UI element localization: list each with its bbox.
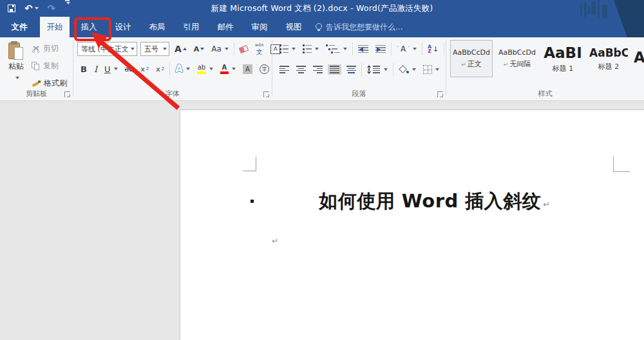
style-partial[interactable]: A [633,40,644,77]
shrink-font-button[interactable]: A [192,44,207,55]
line-spacing-button[interactable] [365,64,390,75]
grow-font-button[interactable]: A [173,42,189,55]
font-size-select[interactable]: 五号 [140,42,169,56]
bullet-list-button[interactable] [278,43,298,55]
asian-layout-button[interactable]: ˋAˊ [395,43,419,55]
font-color-icon: A [222,64,227,71]
scissors-icon [32,45,40,53]
redo-icon: ↷ [48,4,56,14]
undo-dropdown-icon[interactable] [35,7,39,10]
window-title: 新建 Microsoft Word 文档 (2).docx - Word(产品激… [0,0,644,17]
borders-button[interactable] [421,64,441,75]
lightbulb-icon [316,23,321,31]
style-sample: AaBbCcDd [452,48,491,57]
character-shading-button[interactable]: A [241,63,254,75]
chevron-down-icon [163,48,167,50]
cut-button[interactable]: 剪切 [30,42,69,55]
align-left-icon [279,66,289,73]
style-no-spacing[interactable]: AaBbCcDd ↵无间隔 [496,40,538,77]
asian-layout-icon: A [401,44,406,53]
justify-button[interactable] [328,64,341,75]
paste-button[interactable]: 粘贴 [4,40,28,81]
shading-button[interactable] [397,64,418,75]
paragraph-dialog-launcher[interactable] [437,91,443,97]
font-name-select[interactable]: 等线 (中文正文) [77,42,137,56]
style-sample: A [634,49,644,66]
customize-qat-button[interactable] [64,0,70,17]
redo-button[interactable]: ↷ [48,0,56,17]
justify-icon [330,66,339,73]
sort-button[interactable]: AZ ↓ [426,43,440,55]
text-effects-button[interactable]: A [173,62,192,76]
format-painter-button[interactable]: 格式刷 [30,77,69,90]
align-center-button[interactable] [294,64,308,75]
tell-me-box[interactable]: 告诉我您想要做什么... [316,17,402,37]
strikethrough-button[interactable]: ab [123,64,136,75]
numbered-list-button[interactable] [301,43,321,55]
separator [444,42,444,55]
styles-group: AaBbCcDd ↵正文 AaBbCcDd ↵无间隔 AaBI 标题 1 AaB… [446,37,644,100]
brush-icon [32,80,41,88]
subscript-button[interactable]: x2 [138,64,151,75]
align-left-button[interactable] [278,64,291,75]
increase-indent-button[interactable] [374,44,388,55]
increase-indent-icon [375,45,386,53]
shrink-font-icon: A [194,45,200,53]
tab-review[interactable]: 审阅 [245,17,274,37]
chevron-down-icon [66,2,70,5]
borders-icon [423,65,432,74]
paste-icon [8,41,24,61]
tab-references[interactable]: 引用 [176,17,206,37]
phonetic-guide-button[interactable]: wén 文 [253,42,265,57]
format-painter-label: 格式刷 [44,78,67,89]
font-name-value: 等线 (中文正文) [81,44,129,54]
font-color-button[interactable]: A [218,63,238,75]
undo-button[interactable]: ↶ [24,0,39,17]
customize-qat-icon [65,0,70,1]
copy-button[interactable]: 复制 [30,59,69,73]
separator [361,63,362,76]
separator [169,62,170,75]
enclose-characters-button[interactable]: 字 [258,63,271,75]
sort-arrow-icon: ↓ [433,46,439,53]
save-button[interactable] [8,0,15,17]
eraser-icon [239,45,249,53]
copy-label: 复制 [43,61,59,71]
align-right-button[interactable] [311,64,325,75]
change-case-button[interactable]: Aa [209,43,231,55]
paragraph-group: ˋAˊ AZ ↓ ↵ [272,37,446,100]
superscript-button[interactable]: x2 [154,64,166,75]
line-spacing-icon [367,65,371,74]
clipboard-group-label: 剪贴板 [0,89,73,99]
font-group-label: 字体 [73,89,272,99]
tab-view[interactable]: 视图 [279,17,308,37]
italic-button[interactable]: I [92,63,99,75]
clipboard-dialog-launcher[interactable] [64,91,70,97]
underline-icon: U [104,64,111,74]
tab-file[interactable]: 文件 [6,17,32,37]
annotation-highlight-box [74,17,111,41]
tab-mailings[interactable]: 邮件 [211,17,240,37]
margin-corner-mark-right [613,156,630,172]
bold-button[interactable]: B [79,63,89,75]
tab-home[interactable]: 开始 [40,17,70,37]
tab-design[interactable]: 设计 [108,17,138,37]
paste-dropdown-icon[interactable] [15,77,19,79]
document-area[interactable]: 如何使用 Word 插入斜纹↵ ↵ [0,102,644,340]
underline-button[interactable]: U [102,63,120,75]
document-heading[interactable]: 如何使用 Word 插入斜纹↵ [254,189,615,214]
separator [352,42,353,55]
tab-layout[interactable]: 布局 [142,17,172,37]
multilevel-list-button[interactable] [324,43,349,55]
style-normal[interactable]: AaBbCcDd ↵正文 [450,40,493,77]
distribute-button[interactable] [345,64,358,75]
style-heading-2[interactable]: AaBbC 标题 2 [587,40,630,77]
highlight-color-button[interactable]: ab [195,63,215,75]
clear-formatting-button[interactable] [238,45,250,53]
multilevel-list-icon [326,44,340,53]
decrease-indent-button[interactable] [356,44,370,55]
document-page[interactable]: 如何使用 Word 插入斜纹↵ ↵ [180,109,644,340]
paste-label: 粘贴 [4,61,28,72]
style-heading-1[interactable]: AaBI 标题 1 [542,40,584,77]
font-dialog-launcher[interactable] [263,91,269,97]
